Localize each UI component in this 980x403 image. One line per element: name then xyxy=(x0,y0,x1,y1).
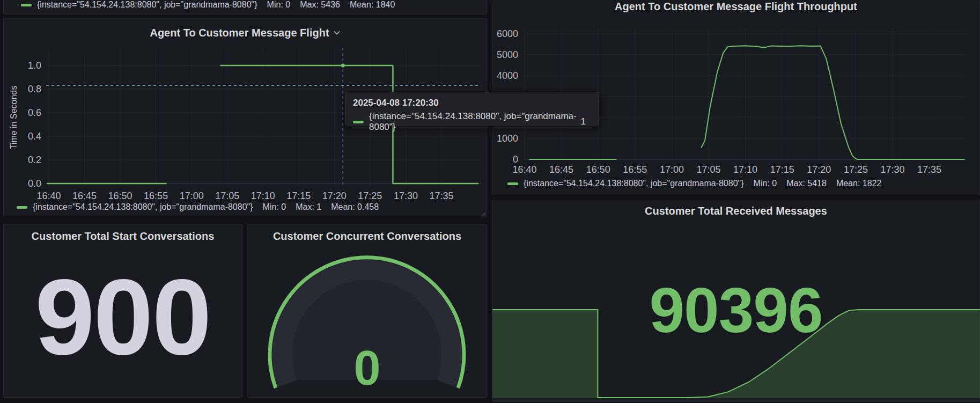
svg-text:1.0: 1.0 xyxy=(28,60,41,71)
tooltip-series-label: {instance="54.154.24.138:8080", job="gra… xyxy=(369,111,581,133)
legend-mean: Mean: 1822 xyxy=(836,179,882,188)
svg-text:17:20: 17:20 xyxy=(322,190,347,201)
svg-text:16:55: 16:55 xyxy=(623,164,647,175)
svg-text:0.6: 0.6 xyxy=(28,107,41,118)
panel-title-text: Customer Total Start Conversations xyxy=(32,230,215,242)
svg-text:6000: 6000 xyxy=(497,28,518,39)
panel-title[interactable]: Customer Total Start Conversations xyxy=(4,231,242,241)
legend-item[interactable]: {instance="54.154.24.138:8080", job="gra… xyxy=(507,179,881,188)
svg-text:17:10: 17:10 xyxy=(733,164,757,175)
tooltip-value: 1 xyxy=(581,116,591,127)
svg-text:17:10: 17:10 xyxy=(251,190,275,201)
svg-text:0.4: 0.4 xyxy=(28,131,41,142)
svg-text:0.8: 0.8 xyxy=(28,84,41,94)
svg-text:16:50: 16:50 xyxy=(108,190,132,201)
svg-text:17:05: 17:05 xyxy=(215,190,239,201)
panel-resize-handle[interactable] xyxy=(481,211,485,216)
series-swatch xyxy=(507,182,518,185)
legend-max: Max: 5418 xyxy=(786,179,827,188)
chart-tooltip: 2025-04-08 17:20:30 {instance="54.154.24… xyxy=(345,92,599,126)
grafana-dashboard: {instance="54.154.24.138:8080", job="gra… xyxy=(0,0,980,403)
svg-text:0.0: 0.0 xyxy=(28,178,41,189)
series-swatch xyxy=(17,206,27,209)
svg-text:16:55: 16:55 xyxy=(144,190,168,201)
svg-text:17:30: 17:30 xyxy=(394,190,418,201)
legend-max: Max: 5436 xyxy=(300,0,340,10)
svg-text:16:50: 16:50 xyxy=(586,164,610,175)
svg-text:17:00: 17:00 xyxy=(180,190,204,201)
svg-text:0.2: 0.2 xyxy=(28,155,41,165)
svg-text:17:00: 17:00 xyxy=(660,164,684,175)
svg-text:17:05: 17:05 xyxy=(696,164,720,175)
legend-min: Min: 0 xyxy=(263,202,286,212)
svg-text:0: 0 xyxy=(513,154,518,165)
panel-start-conversations: Customer Total Start Conversations 900 xyxy=(3,224,242,398)
stat-value: 90396 xyxy=(492,275,979,345)
svg-text:16:40: 16:40 xyxy=(36,190,61,201)
stat-value: 900 xyxy=(4,263,242,371)
legend-series-label[interactable]: {instance="54.154.24.138:8080", job="gra… xyxy=(33,202,253,212)
svg-text:1000: 1000 xyxy=(497,133,518,144)
legend-min: Min: 0 xyxy=(754,179,777,188)
svg-text:17:25: 17:25 xyxy=(844,164,868,175)
panel-received-messages: Customer Total Received Messages 90396 xyxy=(492,200,980,402)
panel-top-partial: {instance="54.154.24.138:8080", job="gra… xyxy=(3,0,487,14)
series-swatch xyxy=(353,121,364,123)
legend-mean: Mean: 1840 xyxy=(350,0,395,10)
legend-series-label[interactable]: {instance="54.154.24.138:8080", job="gra… xyxy=(37,0,257,10)
svg-text:16:45: 16:45 xyxy=(549,164,573,175)
svg-text:16:45: 16:45 xyxy=(72,190,97,201)
svg-text:17:35: 17:35 xyxy=(917,164,941,175)
svg-text:17:35: 17:35 xyxy=(429,190,453,201)
legend-item[interactable]: {instance="54.154.24.138:8080", job="gra… xyxy=(21,0,395,10)
legend-max: Max: 1 xyxy=(296,202,321,212)
svg-text:17:15: 17:15 xyxy=(286,190,311,201)
svg-text:17:25: 17:25 xyxy=(358,190,382,201)
series-swatch xyxy=(21,4,32,6)
legend-series-label[interactable]: {instance="54.154.24.138:8080", job="gra… xyxy=(524,179,744,188)
legend-item[interactable]: {instance="54.154.24.138:8080", job="gra… xyxy=(17,202,379,212)
panel-concurrent-conversations: Customer Concurrent Conversations 0 xyxy=(247,224,487,398)
tooltip-timestamp: 2025-04-08 17:20:30 xyxy=(353,98,591,108)
svg-text:16:40: 16:40 xyxy=(512,164,536,175)
svg-text:4000: 4000 xyxy=(497,70,518,81)
svg-text:17:15: 17:15 xyxy=(770,164,794,175)
svg-text:17:30: 17:30 xyxy=(880,164,904,175)
svg-text:17:20: 17:20 xyxy=(807,164,831,175)
svg-text:5000: 5000 xyxy=(497,49,518,60)
legend-min: Min: 0 xyxy=(267,0,291,10)
gauge-value: 0 xyxy=(248,344,487,392)
legend-mean: Mean: 0.458 xyxy=(331,202,379,212)
